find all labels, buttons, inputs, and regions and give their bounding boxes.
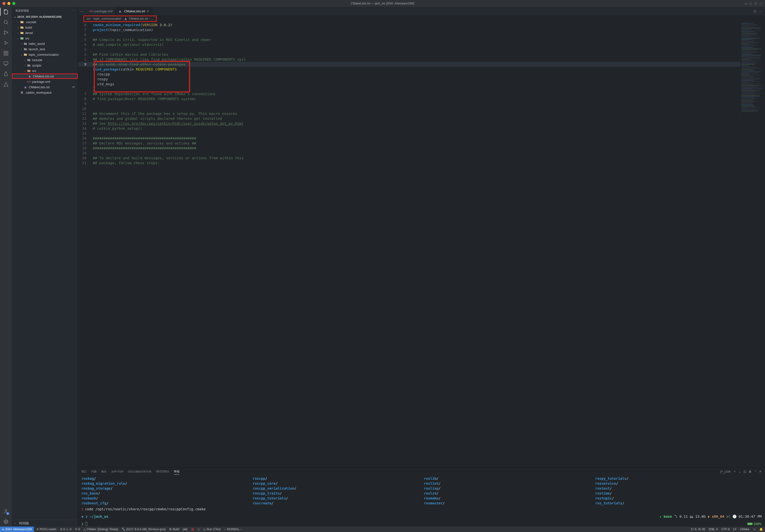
explorer-icon[interactable] [3,9,9,15]
status-ros[interactable]: ✦ ROS1.noetic [36,528,57,531]
run-debug-icon[interactable] [3,40,9,46]
svg-point-10 [5,521,7,522]
terminal-completion-item: rosmaster [424,501,443,505]
tree-folder-devel[interactable]: › devel [12,30,78,36]
tab-package-xml[interactable]: </> package.xml [86,7,116,16]
status-target[interactable]: [all] [183,528,187,531]
terminal-completion-item: roscpp_traits [253,491,280,495]
bottom-panel: 端口 问题 输出 JUPYTER DOCUMENTATION 调试控制台 终端 … [78,467,765,527]
explorer-more-icon[interactable]: ⋯ [72,9,74,12]
tree-folder-topic-communication[interactable]: ⌄ topic_communication [12,52,78,57]
tree-folder-launch-test[interactable]: › launch_test [12,46,78,52]
editor-more-icon[interactable]: ⋯ [759,9,763,13]
layout-panel-icon[interactable]: ▯ [750,2,752,5]
tree-file-cmakelists[interactable]: CMakeLists.txt [12,74,78,79]
cmake-file-icon [124,18,127,20]
panel-tab-terminal[interactable]: 终端 [174,469,179,474]
layout-customize-icon[interactable]: ▢ [760,2,763,5]
tab-close-icon[interactable]: ✕ [147,9,149,13]
tree-file-cmakelists-outer[interactable]: CMakeLists.txt ↵ [12,84,78,90]
prompt-arrow-icon: ❯ [81,521,83,526]
remote-indicator[interactable]: ⇋SSH: Alienware15M [0,527,34,532]
tree-folder-build[interactable]: › build [12,25,78,30]
terminal-dropdown-icon[interactable]: ⌄ [739,470,741,473]
terminal-completion-item: roslz4 [424,491,436,495]
source-control-icon[interactable] [3,30,9,36]
tree-folder-scripts[interactable]: › scripts [12,63,78,68]
breadcrumb[interactable]: src › topic_communication › CMakeLists.t… [83,16,157,22]
terminal-new-icon[interactable]: ＋ [733,469,736,474]
terminal-completion-item: rosboost_cfg [81,501,106,505]
terminal-command: code /opt/ros/noetic/share/roscpp/cmake/… [85,507,206,512]
cmake-file-icon [119,10,121,13]
panel-tab-output[interactable]: 输出 [101,469,107,474]
settings-gear-icon[interactable] [3,519,9,525]
panel-tab-jupyter[interactable]: JUPYTER [111,469,123,474]
panel-tab-ports[interactable]: 端口 [81,469,87,474]
svg-rect-4 [4,51,5,53]
file-tree: › .vscode › build › devel ⌄ src › hell [12,19,78,520]
terminal-completion-item: rosbag [81,476,94,480]
status-build[interactable]: ⚙ Build [169,528,179,531]
status-debug-icon[interactable]: 🐞 [191,528,195,531]
status-cursor-pos[interactable]: 行 9, 列 36 [691,527,705,532]
remote-explorer-icon[interactable] [3,61,9,67]
status-indentation[interactable]: 空格: 4 [708,527,718,532]
window-close[interactable] [2,2,5,5]
status-language[interactable]: CMake [740,527,749,532]
terminal-completion-item: roslisp [424,486,438,490]
terminal-completion-item: roslint [424,481,438,485]
tree-folder-hello-world[interactable]: › hello_world [12,41,78,46]
tree-folder-src-inner[interactable]: › src [12,68,78,74]
timeline-section[interactable]: › 时间线 [12,520,78,527]
terminal-completion-item: rosmake [424,496,438,500]
window-maximize[interactable] [12,2,15,5]
layout-primary-icon[interactable]: ▭ [745,2,747,5]
status-eol[interactable]: LF [733,527,737,532]
split-editor-icon[interactable]: ◫ [753,9,756,13]
code-editor[interactable]: 8cmake_minimum_required(VERSION 3.0.2) 7… [78,22,740,467]
status-encoding[interactable]: UTF-8 [721,527,730,532]
terminal-kill-icon[interactable]: 🗑 [749,470,752,473]
tabs-overflow-icon[interactable]: ⋯ [78,9,86,13]
status-notifications-icon[interactable]: 🔔 [759,527,763,532]
tree-folder-vscode[interactable]: › .vscode [12,19,78,25]
terminal-completion-item: roscreate [253,501,272,505]
terminal-split-icon[interactable]: ◫ [744,470,746,473]
tree-folder-include[interactable]: › include [12,57,78,63]
terminal-completion-item: rosbag_migration_rule [81,481,125,485]
terminal[interactable]: rosbag/rosbag_migration_rule/rosbag_stor… [78,474,765,527]
status-feedback-icon[interactable]: ☺ [753,527,756,532]
svg-rect-8 [4,62,8,65]
status-run-ctest[interactable]: ▷ Run CTest [204,528,221,531]
explorer-sidebar: 资源管理器 ⋯ ⌄ JACK_WS [SSH: ALIENWARE15M] › … [12,7,78,527]
tree-folder-src[interactable]: ⌄ src [12,36,78,41]
svg-point-1 [4,31,5,32]
terminal-completion-item: roscpp_core [253,481,276,485]
terminal-completion-item: ros_tutorials [595,501,622,505]
panel-tab-problems[interactable]: 问题 [91,469,97,474]
terminal-profile-button[interactable]: [>_] zsh [720,470,731,473]
window-minimize[interactable] [7,2,10,5]
layout-sidebar-icon[interactable]: ◫ [754,2,757,5]
status-ports[interactable]: ⟲ 0 [75,528,80,531]
search-icon[interactable] [3,19,9,25]
panel-maximize-icon[interactable]: ⌃ [754,470,757,473]
panel-close-icon[interactable]: ✕ [759,470,762,473]
status-launch-icon[interactable]: ▷ [198,528,200,531]
cmake-icon[interactable] [3,81,9,87]
tree-file-package-xml[interactable]: </> package.xml [12,79,78,84]
account-icon[interactable]: 1 [3,508,9,514]
tree-file-catkin-workspace[interactable]: 🗎 .catkin_workspace [12,90,78,95]
extensions-icon[interactable] [3,50,9,56]
minimap[interactable] [740,22,765,467]
status-errors[interactable]: ⊘ 0 ⚠ 0 [60,528,71,531]
panel-tab-debug[interactable]: 调试控制台 [156,469,170,474]
testing-icon[interactable] [3,71,9,77]
status-cmake[interactable]: △ CMake: [Debug]: Ready [83,528,118,531]
status-kit[interactable]: 🔧 [GCC 9.4.0 x86_64-linux-gnu] [122,528,166,531]
terminal-completion-item: rosbag_storage [81,486,111,490]
panel-tab-documentation[interactable]: DOCUMENTATION [128,469,152,474]
tab-cmakelists[interactable]: CMakeLists.txt ✕ [116,7,153,16]
workspace-header[interactable]: ⌄ JACK_WS [SSH: ALIENWARE15M] [12,15,78,19]
